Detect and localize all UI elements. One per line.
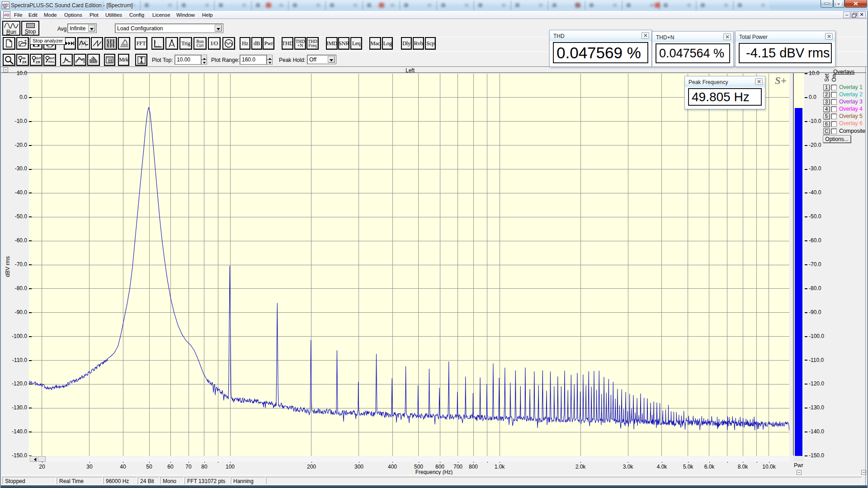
svg-text:OUT: OUT	[36, 57, 41, 60]
svg-text:SC: SC	[3, 6, 7, 9]
svg-text:OUT: OUT	[49, 57, 55, 60]
svg-text:FULL: FULL	[48, 61, 55, 63]
svg-text:2X: 2X	[22, 60, 27, 64]
svg-text:2X: 2X	[36, 60, 40, 64]
svg-text:IN: IN	[23, 57, 25, 60]
